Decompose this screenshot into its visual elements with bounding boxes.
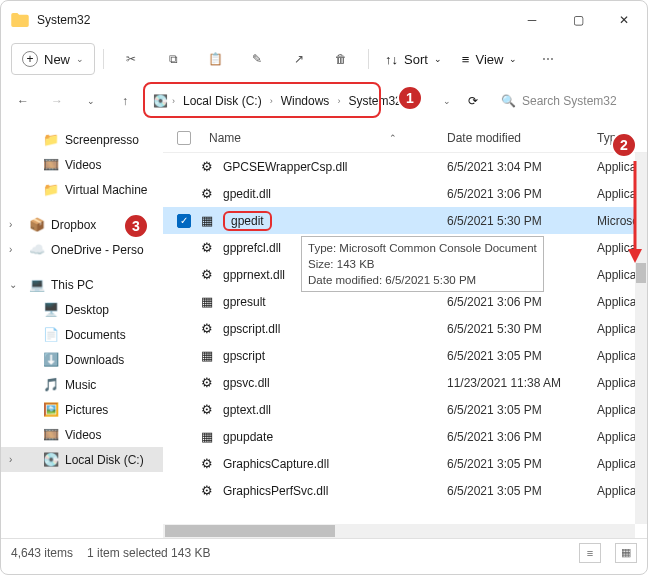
dropbox-icon: 📦 xyxy=(29,217,45,233)
up-button[interactable]: ↑ xyxy=(113,89,137,113)
scrollbar-thumb[interactable] xyxy=(636,263,646,283)
expand-icon[interactable]: › xyxy=(9,244,12,255)
refresh-button[interactable]: ⟳ xyxy=(461,89,485,113)
sidebar-item[interactable]: 📁Screenpresso xyxy=(1,127,163,152)
sidebar-item-label: Videos xyxy=(65,428,101,442)
expand-icon[interactable]: › xyxy=(9,219,12,230)
details-view-toggle[interactable]: ≡ xyxy=(579,543,601,563)
horizontal-scrollbar[interactable] xyxy=(163,524,635,538)
file-icon: ⚙ xyxy=(199,186,215,201)
folder-icon: 📁 xyxy=(43,132,59,148)
file-icon: ⚙ xyxy=(199,321,215,336)
file-icon: ⚙ xyxy=(199,456,215,471)
item-count: 4,643 items xyxy=(11,546,73,560)
file-row[interactable]: ▦gpscript6/5/2021 3:05 PMApplica xyxy=(163,342,647,369)
paste-button[interactable]: 📋 xyxy=(196,43,234,75)
sort-button[interactable]: ↑↓ Sort ⌄ xyxy=(377,43,450,75)
sidebar-item[interactable]: ⬇️Downloads xyxy=(1,347,163,372)
chevron-down-icon[interactable]: ⌄ xyxy=(79,89,103,113)
file-date: 6/5/2021 3:06 PM xyxy=(447,295,597,309)
file-row[interactable]: ⚙gptext.dll6/5/2021 3:05 PMApplica xyxy=(163,396,647,423)
forward-button[interactable]: → xyxy=(45,89,69,113)
search-icon: 🔍 xyxy=(501,94,516,108)
column-date[interactable]: Date modified xyxy=(447,131,597,145)
column-header: Name ⌃ Date modified Type xyxy=(163,123,647,153)
file-row[interactable]: ▦gpupdate6/5/2021 3:06 PMApplica xyxy=(163,423,647,450)
copy-button[interactable]: ⧉ xyxy=(154,43,192,75)
downloads-icon: ⬇️ xyxy=(43,352,59,368)
file-name: gpscript xyxy=(223,349,265,363)
more-button[interactable]: ⋯ xyxy=(529,43,567,75)
cut-button[interactable]: ✂ xyxy=(112,43,150,75)
file-row[interactable]: ⚙GraphicsCapture.dll6/5/2021 3:05 PMAppl… xyxy=(163,450,647,477)
tooltip-date: Date modified: 6/5/2021 5:30 PM xyxy=(308,272,537,288)
file-icon: ⚙ xyxy=(199,240,215,255)
sidebar-item[interactable]: 🎞️Videos xyxy=(1,152,163,177)
file-row[interactable]: ⚙gpsvc.dll11/23/2021 11:38 AMApplica xyxy=(163,369,647,396)
file-name: gpscript.dll xyxy=(223,322,280,336)
view-button[interactable]: ≡ View ⌄ xyxy=(454,43,526,75)
column-name[interactable]: Name xyxy=(209,131,241,145)
breadcrumb-item[interactable]: Local Disk (C:) xyxy=(179,94,266,108)
sidebar-item[interactable]: 📄Documents xyxy=(1,322,163,347)
file-date: 6/5/2021 3:04 PM xyxy=(447,160,597,174)
file-row[interactable]: ⚙gpscript.dll6/5/2021 5:30 PMApplica xyxy=(163,315,647,342)
sidebar-item[interactable]: ⌄💻This PC xyxy=(1,272,163,297)
navigation-row: ← → ⌄ ↑ 💽 › Local Disk (C:) › Windows › … xyxy=(1,79,647,123)
file-date: 6/5/2021 3:05 PM xyxy=(447,457,597,471)
documents-icon: 📄 xyxy=(43,327,59,343)
videos-icon: 🎞️ xyxy=(43,427,59,443)
file-date: 6/5/2021 3:05 PM xyxy=(447,403,597,417)
close-button[interactable]: ✕ xyxy=(601,4,647,36)
back-button[interactable]: ← xyxy=(11,89,35,113)
new-button[interactable]: + New ⌄ xyxy=(11,43,95,75)
file-date: 6/5/2021 3:05 PM xyxy=(447,484,597,498)
more-icon: ⋯ xyxy=(542,52,554,66)
svg-marker-1 xyxy=(628,249,642,263)
sidebar-item-label: Documents xyxy=(65,328,126,342)
share-button[interactable]: ↗ xyxy=(280,43,318,75)
sidebar: 📁Screenpresso🎞️Videos📁Virtual Machine›📦D… xyxy=(1,123,163,538)
file-row[interactable]: ⚙GraphicsPerfSvc.dll6/5/2021 3:05 PMAppl… xyxy=(163,477,647,504)
sidebar-item[interactable]: 🎞️Videos xyxy=(1,422,163,447)
sidebar-item[interactable]: 📁Virtual Machine xyxy=(1,177,163,202)
file-pane: Name ⌃ Date modified Type ⚙GPCSEWrapperC… xyxy=(163,123,647,538)
scrollbar-thumb[interactable] xyxy=(165,525,335,537)
sidebar-item[interactable]: 🎵Music xyxy=(1,372,163,397)
delete-button[interactable]: 🗑 xyxy=(322,43,360,75)
file-row[interactable]: ⚙gpedit.dll6/5/2021 3:06 PMApplica xyxy=(163,180,647,207)
sidebar-item[interactable]: ›☁️OneDrive - Perso xyxy=(1,237,163,262)
file-name: gpedit.dll xyxy=(223,187,271,201)
sidebar-item[interactable]: 🖥️Desktop xyxy=(1,297,163,322)
file-date: 6/5/2021 5:30 PM xyxy=(447,322,597,336)
sidebar-item-label: Desktop xyxy=(65,303,109,317)
address-bar[interactable]: 💽 › Local Disk (C:) › Windows › System32 xyxy=(147,86,433,116)
expand-icon[interactable]: › xyxy=(9,454,12,465)
file-icon: ⚙ xyxy=(199,267,215,282)
minimize-button[interactable]: ─ xyxy=(509,4,555,36)
thumbnails-view-toggle[interactable]: ▦ xyxy=(615,543,637,563)
separator xyxy=(368,49,369,69)
breadcrumb-item[interactable]: Windows xyxy=(277,94,334,108)
file-icon: ⚙ xyxy=(199,159,215,174)
select-all-checkbox[interactable] xyxy=(177,131,191,145)
paste-icon: 📋 xyxy=(208,52,223,66)
sidebar-item-label: Pictures xyxy=(65,403,108,417)
search-input[interactable]: 🔍 Search System32 xyxy=(495,86,637,116)
file-icon: ▦ xyxy=(199,429,215,444)
sort-asc-icon: ⌃ xyxy=(389,133,397,143)
maximize-button[interactable]: ▢ xyxy=(555,4,601,36)
file-row[interactable]: ✓▦gpedit6/5/2021 5:30 PMMicroso xyxy=(163,207,647,234)
expand-icon[interactable]: ⌄ xyxy=(9,279,17,290)
sort-icon: ↑↓ xyxy=(385,52,398,67)
row-checkbox[interactable]: ✓ xyxy=(177,214,191,228)
toolbar: + New ⌄ ✂ ⧉ 📋 ✎ ↗ 🗑 ↑↓ Sort ⌄ ≡ View ⌄ ⋯ xyxy=(1,39,647,79)
chevron-down-icon[interactable]: ⌄ xyxy=(443,96,451,106)
sidebar-item[interactable]: 🖼️Pictures xyxy=(1,397,163,422)
sort-label: Sort xyxy=(404,52,428,67)
sidebar-item[interactable]: ›💽Local Disk (C:) xyxy=(1,447,163,472)
annotation-badge-2: 2 xyxy=(611,132,637,158)
rename-button[interactable]: ✎ xyxy=(238,43,276,75)
music-icon: 🎵 xyxy=(43,377,59,393)
file-row[interactable]: ⚙GPCSEWrapperCsp.dll6/5/2021 3:04 PMAppl… xyxy=(163,153,647,180)
